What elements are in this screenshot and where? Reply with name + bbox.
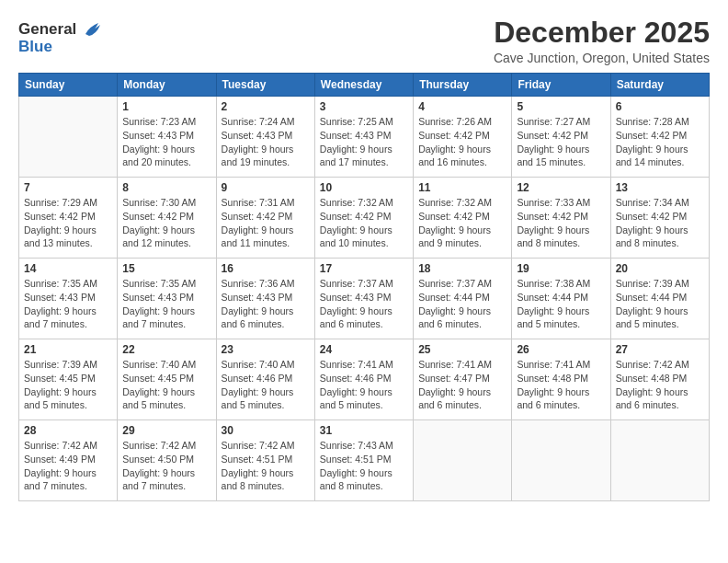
logo: General Blue: [18, 20, 103, 55]
calendar-week-row: 21Sunrise: 7:39 AM Sunset: 4:45 PM Dayli…: [19, 339, 710, 420]
calendar-day-cell: 20Sunrise: 7:39 AM Sunset: 4:44 PM Dayli…: [610, 259, 709, 339]
day-info: Sunrise: 7:42 AM Sunset: 4:49 PM Dayligh…: [24, 439, 112, 493]
day-number: 15: [122, 262, 210, 275]
title-block: December 2025 Cave Junction, Oregon, Uni…: [494, 17, 710, 65]
page-title: December 2025: [494, 17, 710, 49]
day-info: Sunrise: 7:36 AM Sunset: 4:43 PM Dayligh…: [222, 277, 310, 331]
calendar-day-cell: 22Sunrise: 7:40 AM Sunset: 4:45 PM Dayli…: [118, 339, 216, 420]
header: General Blue December 2025 Cave Junction…: [18, 17, 710, 65]
day-info: Sunrise: 7:40 AM Sunset: 4:46 PM Dayligh…: [222, 358, 310, 412]
calendar-day-cell: 30Sunrise: 7:42 AM Sunset: 4:51 PM Dayli…: [216, 420, 314, 501]
calendar-day-cell: 17Sunrise: 7:37 AM Sunset: 4:43 PM Dayli…: [314, 259, 413, 339]
day-of-week-header: Thursday: [414, 74, 512, 97]
calendar-day-cell: 2Sunrise: 7:24 AM Sunset: 4:43 PM Daylig…: [216, 97, 314, 178]
calendar-day-cell: [414, 420, 512, 501]
page-subtitle: Cave Junction, Oregon, United States: [494, 51, 710, 65]
day-info: Sunrise: 7:41 AM Sunset: 4:48 PM Dayligh…: [517, 358, 605, 412]
day-info: Sunrise: 7:42 AM Sunset: 4:50 PM Dayligh…: [122, 439, 210, 493]
calendar-day-cell: [512, 420, 610, 501]
day-info: Sunrise: 7:24 AM Sunset: 4:43 PM Dayligh…: [222, 115, 310, 169]
calendar-week-row: 7Sunrise: 7:29 AM Sunset: 4:42 PM Daylig…: [19, 178, 710, 259]
calendar-day-cell: 3Sunrise: 7:25 AM Sunset: 4:43 PM Daylig…: [314, 97, 413, 178]
calendar-day-cell: 5Sunrise: 7:27 AM Sunset: 4:42 PM Daylig…: [512, 97, 610, 178]
day-number: 13: [616, 181, 704, 194]
calendar-day-cell: 26Sunrise: 7:41 AM Sunset: 4:48 PM Dayli…: [512, 339, 610, 420]
day-info: Sunrise: 7:37 AM Sunset: 4:43 PM Dayligh…: [320, 277, 408, 331]
day-number: 17: [320, 262, 408, 275]
calendar-day-cell: 8Sunrise: 7:30 AM Sunset: 4:42 PM Daylig…: [118, 178, 216, 259]
day-number: 19: [517, 262, 605, 275]
day-info: Sunrise: 7:41 AM Sunset: 4:46 PM Dayligh…: [320, 358, 408, 412]
day-number: 4: [418, 100, 506, 113]
day-number: 10: [320, 181, 408, 194]
day-of-week-header: Monday: [118, 74, 216, 97]
logo-bird-icon: [82, 21, 102, 40]
calendar-week-row: 28Sunrise: 7:42 AM Sunset: 4:49 PM Dayli…: [19, 420, 710, 501]
calendar-day-cell: [19, 97, 118, 178]
day-of-week-header: Wednesday: [314, 74, 413, 97]
calendar-day-cell: 25Sunrise: 7:41 AM Sunset: 4:47 PM Dayli…: [414, 339, 512, 420]
calendar-week-row: 14Sunrise: 7:35 AM Sunset: 4:43 PM Dayli…: [19, 259, 710, 339]
day-number: 7: [24, 181, 112, 194]
day-number: 18: [418, 262, 506, 275]
calendar-day-cell: 27Sunrise: 7:42 AM Sunset: 4:48 PM Dayli…: [610, 339, 709, 420]
day-info: Sunrise: 7:37 AM Sunset: 4:44 PM Dayligh…: [418, 277, 506, 331]
calendar-header: SundayMondayTuesdayWednesdayThursdayFrid…: [19, 74, 710, 97]
calendar-day-cell: 15Sunrise: 7:35 AM Sunset: 4:43 PM Dayli…: [118, 259, 216, 339]
day-number: 30: [222, 424, 310, 437]
day-number: 20: [616, 262, 704, 275]
calendar-day-cell: 1Sunrise: 7:23 AM Sunset: 4:43 PM Daylig…: [118, 97, 216, 178]
day-info: Sunrise: 7:26 AM Sunset: 4:42 PM Dayligh…: [418, 115, 506, 169]
day-number: 3: [320, 100, 408, 113]
logo-blue: Blue: [18, 38, 103, 56]
calendar-day-cell: 7Sunrise: 7:29 AM Sunset: 4:42 PM Daylig…: [19, 178, 118, 259]
day-of-week-header: Tuesday: [216, 74, 314, 97]
day-of-week-header: Saturday: [610, 74, 709, 97]
day-info: Sunrise: 7:41 AM Sunset: 4:47 PM Dayligh…: [418, 358, 506, 412]
calendar-day-cell: 9Sunrise: 7:31 AM Sunset: 4:42 PM Daylig…: [216, 178, 314, 259]
day-info: Sunrise: 7:39 AM Sunset: 4:44 PM Dayligh…: [616, 277, 704, 331]
day-number: 25: [418, 343, 506, 356]
day-number: 27: [616, 343, 704, 356]
day-number: 21: [24, 343, 112, 356]
calendar-day-cell: 13Sunrise: 7:34 AM Sunset: 4:42 PM Dayli…: [610, 178, 709, 259]
day-number: 5: [517, 100, 605, 113]
calendar-day-cell: 11Sunrise: 7:32 AM Sunset: 4:42 PM Dayli…: [414, 178, 512, 259]
calendar-day-cell: [610, 420, 709, 501]
day-number: 12: [517, 181, 605, 194]
calendar-day-cell: 10Sunrise: 7:32 AM Sunset: 4:42 PM Dayli…: [314, 178, 413, 259]
day-info: Sunrise: 7:35 AM Sunset: 4:43 PM Dayligh…: [24, 277, 112, 331]
day-info: Sunrise: 7:42 AM Sunset: 4:48 PM Dayligh…: [616, 358, 704, 412]
day-number: 29: [122, 424, 210, 437]
calendar-day-cell: 24Sunrise: 7:41 AM Sunset: 4:46 PM Dayli…: [314, 339, 413, 420]
calendar-day-cell: 28Sunrise: 7:42 AM Sunset: 4:49 PM Dayli…: [19, 420, 118, 501]
day-info: Sunrise: 7:25 AM Sunset: 4:43 PM Dayligh…: [320, 115, 408, 169]
calendar-day-cell: 29Sunrise: 7:42 AM Sunset: 4:50 PM Dayli…: [118, 420, 216, 501]
day-info: Sunrise: 7:42 AM Sunset: 4:51 PM Dayligh…: [222, 439, 310, 493]
day-of-week-header: Friday: [512, 74, 610, 97]
calendar-week-row: 1Sunrise: 7:23 AM Sunset: 4:43 PM Daylig…: [19, 97, 710, 178]
day-number: 2: [222, 100, 310, 113]
day-number: 8: [122, 181, 210, 194]
day-info: Sunrise: 7:30 AM Sunset: 4:42 PM Dayligh…: [122, 196, 210, 250]
day-number: 26: [517, 343, 605, 356]
day-number: 16: [222, 262, 310, 275]
day-number: 6: [616, 100, 704, 113]
calendar-day-cell: 4Sunrise: 7:26 AM Sunset: 4:42 PM Daylig…: [414, 97, 512, 178]
day-number: 1: [122, 100, 210, 113]
day-number: 14: [24, 262, 112, 275]
calendar-day-cell: 19Sunrise: 7:38 AM Sunset: 4:44 PM Dayli…: [512, 259, 610, 339]
day-info: Sunrise: 7:28 AM Sunset: 4:42 PM Dayligh…: [616, 115, 704, 169]
day-number: 28: [24, 424, 112, 437]
calendar-day-cell: 6Sunrise: 7:28 AM Sunset: 4:42 PM Daylig…: [610, 97, 709, 178]
calendar-day-cell: 18Sunrise: 7:37 AM Sunset: 4:44 PM Dayli…: [414, 259, 512, 339]
calendar-day-cell: 12Sunrise: 7:33 AM Sunset: 4:42 PM Dayli…: [512, 178, 610, 259]
calendar-day-cell: 31Sunrise: 7:43 AM Sunset: 4:51 PM Dayli…: [314, 420, 413, 501]
day-info: Sunrise: 7:43 AM Sunset: 4:51 PM Dayligh…: [320, 439, 408, 493]
day-number: 22: [122, 343, 210, 356]
day-info: Sunrise: 7:35 AM Sunset: 4:43 PM Dayligh…: [122, 277, 210, 331]
day-number: 9: [222, 181, 310, 194]
day-number: 24: [320, 343, 408, 356]
day-info: Sunrise: 7:34 AM Sunset: 4:42 PM Dayligh…: [616, 196, 704, 250]
day-info: Sunrise: 7:23 AM Sunset: 4:43 PM Dayligh…: [122, 115, 210, 169]
